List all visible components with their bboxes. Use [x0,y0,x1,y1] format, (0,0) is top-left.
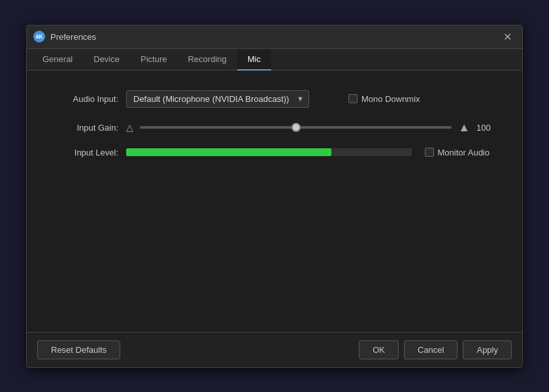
gain-slider-container: △ ▲ 100 [126,121,496,135]
mono-downmix-label[interactable]: Mono Downmix [348,94,420,104]
content-area: Audio Input: Default (Microphone (NVIDIA… [27,71,522,332]
gain-low-icon: △ [126,122,133,133]
audio-input-select[interactable]: Default (Microphone (NVIDIA Broadcast))M… [126,90,309,108]
app-icon: 4K [33,31,45,42]
input-gain-label: Input Gain: [53,123,118,133]
monitor-audio-label[interactable]: Monitor Audio [425,148,490,157]
monitor-audio-group: Monitor Audio [425,148,497,157]
gain-slider[interactable] [140,126,452,129]
level-bar-fill [126,148,331,156]
gain-high-icon: ▲ [458,121,470,135]
preferences-window: 4K Preferences ✕ General Device Picture … [26,25,523,368]
footer-left: Reset Defaults [37,340,120,359]
footer-right: OK Cancel Apply [359,340,512,359]
window-title: Preferences [50,32,499,42]
cancel-button[interactable]: Cancel [404,340,458,359]
title-bar: 4K Preferences ✕ [27,25,522,49]
tab-device[interactable]: Device [83,49,130,71]
tab-mic[interactable]: Mic [237,49,271,71]
ok-button[interactable]: OK [359,340,399,359]
gain-value: 100 [476,123,496,133]
tab-bar: General Device Picture Recording Mic [27,49,522,71]
close-button[interactable]: ✕ [499,29,516,44]
monitor-audio-checkbox[interactable] [425,148,434,157]
audio-input-row: Audio Input: Default (Microphone (NVIDIA… [53,90,496,108]
mono-downmix-group: Mono Downmix [348,94,427,104]
level-bar-container [126,148,412,156]
tab-general[interactable]: General [32,49,83,71]
input-gain-row: Input Gain: △ ▲ 100 [53,121,496,135]
apply-button[interactable]: Apply [463,340,512,359]
reset-defaults-button[interactable]: Reset Defaults [37,340,120,359]
input-level-label: Input Level: [53,148,118,157]
tab-recording[interactable]: Recording [177,49,237,71]
input-level-row: Input Level: Monitor Audio [53,148,496,157]
footer: Reset Defaults OK Cancel Apply [27,332,522,367]
mono-downmix-checkbox[interactable] [348,94,358,103]
audio-input-label: Audio Input: [53,94,118,104]
audio-input-select-wrapper: Default (Microphone (NVIDIA Broadcast))M… [126,90,309,108]
tab-picture[interactable]: Picture [130,49,177,71]
